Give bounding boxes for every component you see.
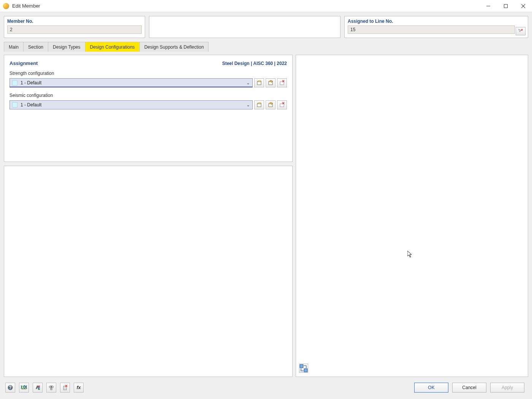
units-button[interactable]: 0.00: [19, 383, 29, 393]
ok-button[interactable]: OK: [414, 383, 448, 393]
assigned-line-input[interactable]: 15: [348, 25, 515, 34]
design-standard: Steel Design | AISC 360 | 2022: [222, 61, 287, 66]
svg-rect-26: [38, 387, 40, 388]
tab-section[interactable]: Section: [23, 42, 48, 52]
svg-point-29: [51, 386, 52, 388]
strength-color-swatch: [12, 80, 17, 86]
svg-rect-6: [257, 82, 261, 85]
assigned-line-label: Assigned to Line No.: [348, 19, 525, 24]
assignment-panel: Assignment Steel Design | AISC 360 | 202…: [4, 55, 293, 162]
close-button[interactable]: [515, 0, 532, 12]
pick-line-button[interactable]: [516, 27, 526, 35]
maximize-button[interactable]: [497, 0, 515, 12]
seismic-delete-button[interactable]: [277, 100, 287, 109]
svg-rect-12: [257, 104, 261, 107]
tab-design-supports-deflection[interactable]: Design Supports & Deflection: [139, 42, 209, 52]
seismic-edit-button[interactable]: [266, 100, 276, 109]
svg-rect-1: [504, 4, 508, 8]
seismic-config-select[interactable]: 1 - Default ⌄: [10, 100, 253, 109]
svg-rect-9: [280, 82, 284, 85]
svg-rect-15: [280, 104, 284, 107]
chevron-down-icon: ⌄: [246, 102, 250, 108]
tab-main[interactable]: Main: [4, 42, 23, 52]
function-tool-button[interactable]: fx: [74, 383, 84, 393]
view-mode-button[interactable]: [299, 364, 308, 373]
apply-button[interactable]: Apply: [490, 383, 524, 393]
tab-strip: Main Section Design Types Design Configu…: [4, 42, 528, 52]
middle-empty-panel: [149, 16, 340, 38]
strength-config-label: Strength configuration: [10, 71, 287, 76]
details-panel: [4, 166, 293, 377]
title-bar: Edit Member: [0, 0, 532, 12]
member-no-label: Member No.: [7, 19, 142, 24]
svg-rect-25: [38, 386, 40, 387]
svg-text:0.00: 0.00: [21, 385, 27, 390]
strength-edit-button[interactable]: [266, 78, 276, 87]
assignment-title: Assignment: [10, 60, 38, 66]
minimize-button[interactable]: [480, 0, 497, 12]
svg-rect-27: [38, 389, 40, 390]
window-title: Edit Member: [12, 3, 480, 9]
svg-rect-18: [300, 364, 303, 367]
member-no-input[interactable]: 2: [7, 25, 142, 34]
help-button[interactable]: ?: [5, 383, 15, 393]
view-tool-button[interactable]: [46, 383, 56, 393]
svg-text:?: ?: [9, 385, 11, 390]
strength-config-select[interactable]: 1 - Default ⌄: [10, 78, 253, 87]
svg-text:fx: fx: [77, 385, 81, 390]
chevron-down-icon: ⌄: [246, 80, 250, 86]
svg-rect-31: [63, 386, 66, 390]
strength-new-button[interactable]: [254, 78, 264, 87]
delete-tool-button[interactable]: [60, 383, 70, 393]
app-icon: [3, 3, 9, 9]
seismic-config-label: Seismic configuration: [10, 93, 287, 98]
assigned-line-panel: Assigned to Line No. 15: [344, 16, 528, 38]
seismic-new-button[interactable]: [254, 100, 264, 109]
cancel-button[interactable]: Cancel: [452, 383, 486, 393]
tab-design-configurations[interactable]: Design Configurations: [85, 42, 139, 52]
seismic-color-swatch: [12, 102, 17, 108]
svg-rect-30: [51, 388, 52, 390]
tab-design-types[interactable]: Design Types: [48, 42, 85, 52]
font-button[interactable]: A: [33, 383, 43, 393]
member-no-panel: Member No. 2: [4, 16, 145, 38]
preview-panel: [296, 55, 528, 377]
svg-rect-19: [304, 369, 307, 372]
strength-delete-button[interactable]: [277, 78, 287, 87]
